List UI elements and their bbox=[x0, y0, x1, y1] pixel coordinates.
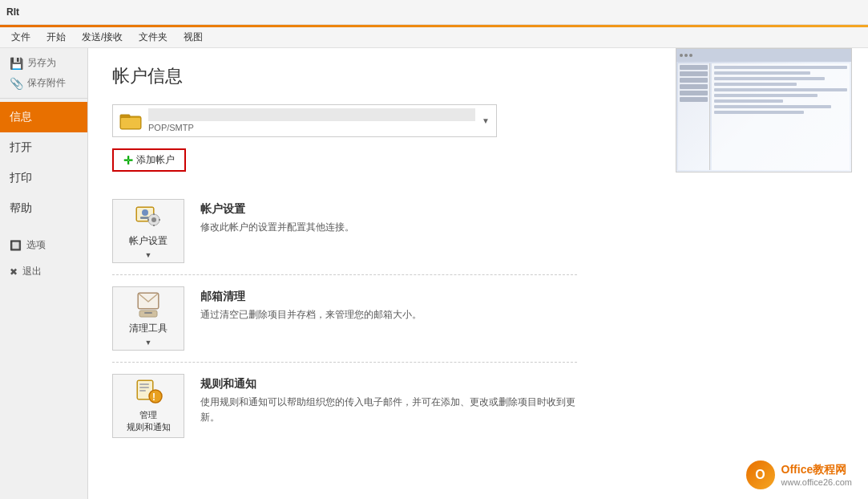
exit-label: 退出 bbox=[22, 265, 42, 278]
office-logo: O bbox=[746, 460, 775, 489]
cleanup-title: 邮箱清理 bbox=[200, 290, 577, 304]
svg-point-22 bbox=[149, 390, 162, 403]
cleanup-card-label: 清理工具 bbox=[129, 322, 168, 335]
rules-title: 规则和通知 bbox=[200, 377, 577, 391]
account-settings-card: 帐户设置 ▼ 帐户设置 修改此帐户的设置并配置其他连接。 bbox=[112, 188, 577, 275]
account-info: POP/SMTP bbox=[148, 108, 475, 133]
exit-icon: ✖ bbox=[10, 266, 18, 278]
preview-sidebar-item-2 bbox=[680, 71, 708, 76]
save-icon: 💾 bbox=[10, 58, 22, 69]
svg-rect-21 bbox=[139, 390, 146, 391]
cleanup-card-arrow-icon: ▼ bbox=[145, 339, 152, 347]
save-as-label: 另存为 bbox=[27, 56, 56, 70]
preview-sidebar-item-1 bbox=[680, 65, 708, 70]
preview-dot-1 bbox=[680, 54, 683, 57]
rules-notifications-card: ! 管理 规则和通知 规则和通知 使用规则和通知可以帮助组织您的传入电子邮件，并… bbox=[112, 363, 577, 449]
brand-url: www.office26.com bbox=[781, 477, 852, 487]
office-branding: O Office教程网 www.office26.com bbox=[746, 460, 852, 489]
preview-line-1 bbox=[714, 66, 847, 69]
preview-line-9 bbox=[714, 111, 804, 114]
account-settings-icon-box[interactable]: 帐户设置 ▼ bbox=[112, 199, 184, 263]
account-type: POP/SMTP bbox=[148, 123, 194, 132]
save-as-action[interactable]: 💾 另存为 bbox=[0, 53, 87, 73]
nav-item-info[interactable]: 信息 bbox=[0, 102, 87, 132]
menu-sendreceive[interactable]: 发送/接收 bbox=[74, 29, 131, 46]
dropdown-arrow-icon: ▼ bbox=[482, 116, 490, 125]
preview-line-6 bbox=[714, 94, 818, 97]
preview-line-5 bbox=[714, 88, 847, 91]
sidebar: 💾 另存为 📎 保存附件 信息 打开 打印 帮助 🔲 选项 ✖ 退出 bbox=[0, 48, 88, 499]
menu-start[interactable]: 开始 bbox=[38, 29, 74, 46]
plus-icon: ✛ bbox=[123, 154, 133, 167]
nav-item-print[interactable]: 打印 bbox=[0, 163, 87, 193]
cleanup-text: 邮箱清理 通过清空已删除项目并存档，来管理您的邮箱大小。 bbox=[200, 286, 577, 323]
folder-icon bbox=[119, 112, 142, 131]
brand-text: Office教程网 www.office26.com bbox=[781, 463, 852, 487]
save-attachment-action[interactable]: 📎 保存附件 bbox=[0, 73, 87, 93]
account-email bbox=[148, 108, 475, 121]
preview-sidebar-item-4 bbox=[680, 84, 708, 89]
preview-sidebar bbox=[678, 63, 710, 170]
preview-line-4 bbox=[714, 83, 797, 86]
preview-inner bbox=[676, 49, 851, 172]
title-bar-text: RIt bbox=[6, 6, 19, 18]
save-attachment-label: 保存附件 bbox=[27, 76, 66, 90]
preview-line-3 bbox=[714, 77, 825, 80]
account-settings-title: 帐户设置 bbox=[200, 202, 577, 217]
svg-point-8 bbox=[151, 217, 156, 222]
options-icon: 🔲 bbox=[10, 240, 22, 251]
preview-dot-3 bbox=[689, 54, 692, 57]
rules-icon-box[interactable]: ! 管理 规则和通知 bbox=[112, 374, 184, 438]
nav-item-exit[interactable]: ✖ 退出 bbox=[0, 258, 87, 285]
preview-sidebar-item-5 bbox=[680, 91, 708, 95]
cleanup-icon-box[interactable]: 清理工具 ▼ bbox=[112, 286, 184, 351]
rules-text: 规则和通知 使用规则和通知可以帮助组织您的传入电子邮件，并可在添加、更改或删除项… bbox=[200, 374, 577, 425]
preview-line-2 bbox=[714, 71, 810, 75]
preview-image bbox=[676, 48, 852, 172]
svg-rect-16 bbox=[144, 312, 152, 314]
card-dropdown-arrow-icon: ▼ bbox=[145, 251, 152, 259]
office-logo-char: O bbox=[755, 468, 765, 482]
cleanup-svg-icon bbox=[133, 291, 164, 318]
nav-item-open[interactable]: 打开 bbox=[0, 132, 87, 163]
menu-bar: 文件 开始 发送/接收 文件夹 视图 bbox=[0, 27, 868, 48]
title-bar: RIt bbox=[0, 0, 868, 25]
options-label: 选项 bbox=[26, 238, 46, 252]
preview-line-8 bbox=[714, 105, 831, 108]
rules-svg-icon: ! bbox=[133, 379, 164, 406]
svg-text:!: ! bbox=[152, 391, 155, 403]
preview-line-7 bbox=[714, 99, 783, 103]
nav-item-help[interactable]: 帮助 bbox=[0, 193, 87, 224]
preview-body bbox=[676, 62, 851, 172]
sidebar-bottom: 🔲 选项 ✖ 退出 bbox=[0, 232, 87, 285]
add-account-button[interactable]: ✛ 添加帐户 bbox=[112, 148, 186, 172]
attachment-icon: 📎 bbox=[10, 78, 22, 89]
sidebar-actions: 💾 另存为 📎 保存附件 bbox=[0, 48, 87, 99]
rules-card-label: 管理 规则和通知 bbox=[127, 409, 171, 433]
sidebar-nav: 信息 打开 打印 帮助 bbox=[0, 99, 87, 224]
menu-view[interactable]: 视图 bbox=[176, 29, 211, 46]
cleanup-desc: 通过清空已删除项目并存档，来管理您的邮箱大小。 bbox=[200, 307, 577, 323]
add-account-label: 添加帐户 bbox=[136, 153, 175, 167]
preview-sidebar-item-3 bbox=[680, 78, 708, 83]
account-selector: POP/SMTP ▼ bbox=[112, 104, 497, 137]
account-settings-svg-icon bbox=[133, 204, 164, 231]
account-settings-card-label: 帐户设置 bbox=[129, 234, 168, 248]
svg-rect-20 bbox=[139, 387, 149, 388]
svg-rect-1 bbox=[120, 115, 130, 118]
svg-rect-19 bbox=[139, 383, 149, 385]
account-dropdown[interactable]: POP/SMTP ▼ bbox=[112, 104, 497, 137]
preview-sidebar-item-6 bbox=[680, 97, 708, 102]
rules-desc: 使用规则和通知可以帮助组织您的传入电子邮件，并可在添加、更改或删除项目时收到更新… bbox=[200, 395, 577, 425]
mailbox-cleanup-card: 清理工具 ▼ 邮箱清理 通过清空已删除项目并存档，来管理您的邮箱大小。 bbox=[112, 275, 577, 363]
preview-header bbox=[676, 49, 851, 62]
nav-item-options[interactable]: 🔲 选项 bbox=[0, 232, 87, 258]
menu-folder[interactable]: 文件夹 bbox=[131, 29, 176, 46]
account-settings-desc: 修改此帐户的设置并配置其他连接。 bbox=[200, 220, 577, 235]
menu-file[interactable]: 文件 bbox=[3, 29, 38, 46]
account-settings-text: 帐户设置 修改此帐户的设置并配置其他连接。 bbox=[200, 199, 577, 235]
preview-dot-2 bbox=[684, 54, 688, 57]
svg-rect-2 bbox=[121, 118, 140, 128]
preview-main bbox=[712, 63, 850, 170]
svg-point-5 bbox=[142, 209, 148, 216]
